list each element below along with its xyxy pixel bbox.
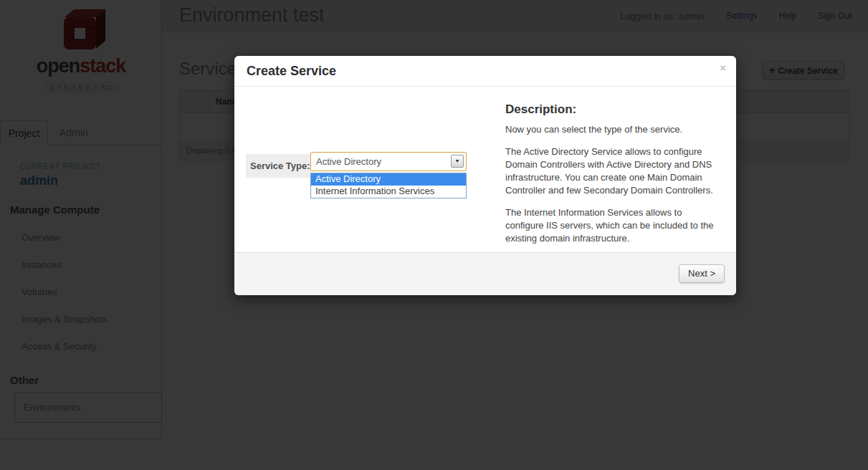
modal-header: Create Service × <box>234 56 736 87</box>
description-panel: Description: Now you can select the type… <box>505 102 722 254</box>
description-paragraph: The Active Directory Service allows to c… <box>505 145 722 197</box>
service-type-selected-value: Active Directory <box>311 153 466 171</box>
service-type-select[interactable]: Active Directory ▼ <box>310 152 467 171</box>
option-internet-information-services[interactable]: Internet Information Services <box>311 186 466 198</box>
service-type-dropdown-list: Active Directory Internet Information Se… <box>310 173 467 198</box>
service-type-label: Service Type: <box>246 154 310 178</box>
modal-body: Service Type: Active Directory ▼ Active … <box>234 87 736 252</box>
next-button[interactable]: Next > <box>679 264 725 283</box>
description-paragraph: Now you can select the type of the servi… <box>505 123 722 136</box>
modal-footer: Next > <box>234 252 736 295</box>
create-service-modal: Create Service × Service Type: Active Di… <box>234 56 736 295</box>
description-paragraph: The Internet Information Services allows… <box>505 206 722 245</box>
description-heading: Description: <box>505 102 722 117</box>
modal-title: Create Service <box>247 64 336 79</box>
close-icon[interactable]: × <box>720 63 726 73</box>
option-active-directory[interactable]: Active Directory <box>311 173 466 186</box>
dropdown-arrow-icon[interactable]: ▼ <box>451 155 464 168</box>
